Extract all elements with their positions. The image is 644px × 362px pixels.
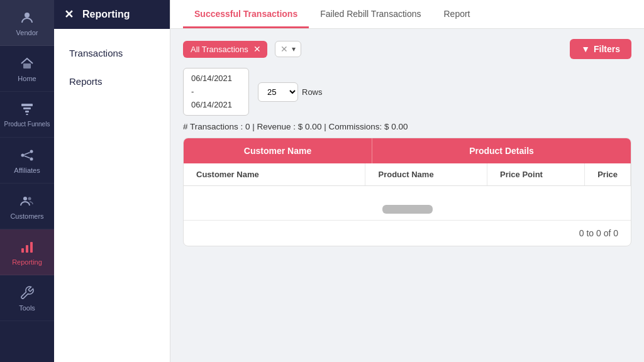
sidebar-item-affiliates[interactable]: Affiliates bbox=[0, 138, 54, 184]
sub-sidebar-header: ✕ Reporting bbox=[54, 0, 170, 29]
sub-sidebar-item-transactions[interactable]: Transactions bbox=[54, 39, 170, 67]
filter-icon: ▼ bbox=[581, 44, 590, 54]
svg-line-9 bbox=[25, 153, 30, 155]
svg-rect-14 bbox=[26, 245, 28, 253]
svg-rect-5 bbox=[26, 114, 28, 115]
tab-successful-transactions[interactable]: Successful Transactions bbox=[183, 0, 309, 28]
svg-rect-3 bbox=[23, 107, 31, 109]
filters-button[interactable]: ▼ Filters bbox=[570, 39, 631, 59]
active-filter-tag: All Transactions ✕ bbox=[183, 41, 267, 58]
table-col-price: Price bbox=[585, 163, 631, 185]
filter-row: All Transactions ✕ ✕ ▾ ▼ Filters bbox=[183, 39, 631, 59]
sub-sidebar-nav: Transactions Reports bbox=[54, 29, 170, 106]
affiliates-icon bbox=[18, 146, 36, 164]
customers-icon bbox=[18, 192, 36, 210]
tab-bar: Successful Transactions Failed Rebill Tr… bbox=[170, 0, 644, 29]
stats-row: # Transactions : 0 | Revenue : $ 0.00 | … bbox=[183, 122, 631, 131]
table-empty-row bbox=[184, 186, 631, 220]
data-table: Customer Name Product Details Customer N… bbox=[183, 138, 631, 246]
svg-point-11 bbox=[23, 197, 27, 200]
date-rows-row: 06/14/2021 - 06/14/2021 25 10 50 100 Row… bbox=[183, 68, 631, 116]
stats-text: # Transactions : 0 | Revenue : $ 0.00 | … bbox=[183, 122, 408, 131]
sub-sidebar: ✕ Reporting Transactions Reports bbox=[54, 0, 170, 362]
svg-point-8 bbox=[30, 158, 33, 161]
sidebar-item-vendor[interactable]: Vendor bbox=[0, 0, 54, 46]
table-header-product-details: Product Details bbox=[372, 138, 631, 163]
date-range-picker[interactable]: 06/14/2021 - 06/14/2021 bbox=[183, 68, 249, 116]
svg-point-6 bbox=[21, 154, 25, 157]
rows-select[interactable]: 25 10 50 100 bbox=[258, 82, 298, 102]
tab-report[interactable]: Report bbox=[432, 0, 481, 28]
filter-dropdown[interactable]: ✕ ▾ bbox=[275, 41, 301, 57]
sidebar-item-customers[interactable]: Customers bbox=[0, 184, 54, 229]
svg-rect-4 bbox=[25, 111, 29, 112]
tools-icon bbox=[18, 284, 36, 302]
tab-failed-rebill-transactions[interactable]: Failed Rebill Transactions bbox=[309, 0, 432, 28]
chevron-down-icon[interactable]: ▾ bbox=[292, 45, 296, 53]
svg-point-7 bbox=[30, 150, 33, 153]
home-icon bbox=[18, 55, 36, 72]
vendor-icon bbox=[18, 9, 36, 26]
sub-sidebar-item-reports[interactable]: Reports bbox=[54, 67, 170, 96]
sidebar-item-product-funnels[interactable]: Product Funnels bbox=[0, 92, 54, 138]
filter-tag-remove[interactable]: ✕ bbox=[253, 45, 261, 53]
table-subheader: Customer Name Product Name Price Point P… bbox=[184, 163, 631, 186]
table-header-customer-name: Customer Name bbox=[184, 138, 372, 163]
pagination-text: 0 to 0 of 0 bbox=[579, 228, 618, 238]
rows-label: Rows bbox=[302, 87, 323, 97]
main-content: Successful Transactions Failed Rebill Tr… bbox=[170, 0, 644, 362]
sub-sidebar-title: Reporting bbox=[82, 9, 130, 20]
table-col-customer-name: Customer Name bbox=[184, 163, 365, 185]
svg-rect-13 bbox=[21, 248, 24, 253]
sidebar-item-home[interactable]: Home bbox=[0, 46, 54, 92]
table-pagination: 0 to 0 of 0 bbox=[184, 220, 631, 246]
svg-point-0 bbox=[25, 13, 30, 18]
filter-tag-label: All Transactions bbox=[191, 45, 248, 54]
sidebar: Vendor Home Product Funnels bbox=[0, 0, 54, 362]
svg-rect-15 bbox=[30, 242, 33, 253]
rows-select-wrap: 25 10 50 100 Rows bbox=[258, 82, 323, 102]
content-area: All Transactions ✕ ✕ ▾ ▼ Filters 06/14/2… bbox=[170, 29, 644, 362]
sidebar-item-reporting[interactable]: Reporting bbox=[0, 229, 54, 275]
close-icon[interactable]: ✕ bbox=[64, 8, 74, 21]
loading-indicator bbox=[382, 205, 433, 214]
table-col-price-point: Price Point bbox=[487, 163, 585, 185]
filter-clear-icon[interactable]: ✕ bbox=[280, 44, 288, 54]
funnel-icon bbox=[18, 101, 36, 118]
svg-point-12 bbox=[28, 197, 31, 200]
date-end: 06/14/2021 bbox=[191, 100, 232, 109]
table-header-group: Customer Name Product Details bbox=[184, 138, 631, 163]
sidebar-item-tools[interactable]: Tools bbox=[0, 275, 54, 321]
svg-line-10 bbox=[25, 156, 30, 158]
date-start: 06/14/2021 bbox=[191, 74, 232, 83]
table-col-product-name: Product Name bbox=[365, 163, 487, 185]
reporting-icon bbox=[18, 238, 36, 256]
svg-rect-1 bbox=[23, 63, 31, 69]
date-separator: - bbox=[191, 87, 194, 96]
svg-rect-2 bbox=[21, 104, 33, 106]
